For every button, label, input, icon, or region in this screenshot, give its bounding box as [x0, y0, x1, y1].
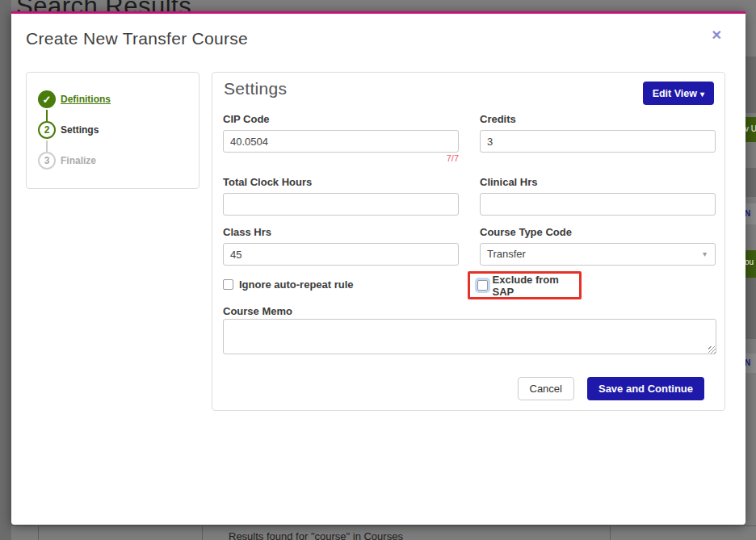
class-hrs-input[interactable]	[223, 243, 459, 266]
bg-row-band	[745, 168, 756, 197]
course-type-code-select[interactable]: Transfer ▾	[480, 243, 716, 266]
step-settings-circle: 2	[38, 121, 56, 139]
screen: Search Results v U N ou N Results found …	[0, 0, 756, 540]
bg-green-button-fragment: v U	[745, 117, 756, 142]
total-clock-hours-input[interactable]	[223, 193, 459, 216]
bg-table-border	[202, 525, 203, 540]
bg-row-band	[745, 57, 756, 113]
course-memo-textarea[interactable]	[223, 319, 716, 354]
step-finalize-circle: 3	[38, 152, 56, 170]
bg-row-band	[745, 278, 756, 339]
ignore-auto-repeat-row: Ignore auto-repeat rule	[223, 278, 354, 291]
save-and-continue-button[interactable]: Save and Continue	[587, 377, 704, 400]
bg-green-button-fragment: ou	[745, 250, 756, 278]
clinical-hrs-field: Clinical Hrs	[480, 176, 716, 216]
panel-footer: Cancel Save and Continue	[518, 377, 705, 400]
class-hrs-label: Class Hrs	[223, 226, 459, 238]
ignore-auto-repeat-checkbox[interactable]	[223, 279, 233, 290]
settings-panel: Settings Edit View▾ CIP Code 7/7 Credits…	[212, 72, 725, 411]
exclude-from-sap-checkbox[interactable]	[477, 280, 488, 291]
bg-table-border	[38, 525, 39, 540]
step-definitions-circle[interactable]: ✓	[38, 90, 56, 108]
course-type-code-value: Transfer	[487, 248, 526, 260]
modal-title: Create New Transfer Course	[26, 29, 248, 48]
panel-heading: Settings	[224, 79, 287, 98]
left-edge-strip	[0, 0, 11, 540]
clinical-hrs-label: Clinical Hrs	[480, 176, 716, 188]
total-clock-hours-field: Total Clock Hours	[223, 176, 459, 216]
course-type-code-label: Course Type Code	[480, 226, 716, 238]
exclude-from-sap-label: Exclude from SAP	[493, 274, 580, 298]
course-type-code-field: Course Type Code Transfer ▾	[480, 226, 716, 266]
step-number: 2	[44, 124, 50, 136]
step-connector	[46, 140, 48, 153]
step-settings-label: Settings	[61, 124, 99, 136]
bg-table-border	[610, 525, 611, 540]
resize-grip-icon[interactable]	[708, 346, 716, 354]
step-number: 3	[44, 155, 50, 166]
step-connector	[46, 110, 48, 122]
credits-label: Credits	[480, 113, 716, 125]
results-found-text: Results found for "course" in Courses	[229, 530, 403, 540]
total-clock-hours-label: Total Clock Hours	[223, 176, 459, 188]
caret-down-icon: ▾	[700, 90, 704, 98]
close-icon[interactable]: ✕	[712, 27, 722, 43]
cip-code-label: CIP Code	[223, 113, 459, 125]
ignore-auto-repeat-label: Ignore auto-repeat rule	[239, 278, 354, 291]
bg-table-border	[11, 525, 756, 526]
clinical-hrs-input[interactable]	[480, 193, 716, 216]
bg-link-fragment: N	[745, 354, 756, 373]
credits-field: Credits	[480, 113, 716, 153]
step-definitions-label[interactable]: Definitions	[61, 94, 111, 105]
check-icon: ✓	[43, 94, 52, 106]
credits-input[interactable]	[480, 130, 716, 153]
edit-view-button[interactable]: Edit View▾	[643, 82, 714, 105]
cancel-button[interactable]: Cancel	[518, 377, 574, 400]
caret-down-icon: ▾	[703, 244, 707, 265]
edit-view-label: Edit View	[653, 88, 697, 99]
course-memo-label: Course Memo	[223, 305, 292, 317]
create-transfer-course-modal: Create New Transfer Course ✕ ✓ Definitio…	[11, 11, 746, 525]
annotation-highlight-box: Exclude from SAP	[468, 271, 582, 299]
stepper: ✓ Definitions 2 Settings 3 Finalize	[26, 72, 200, 189]
char-counter: 7/7	[447, 153, 459, 163]
bg-link-fragment: N	[745, 203, 756, 224]
class-hrs-field: Class Hrs	[223, 226, 459, 266]
cip-code-input[interactable]	[223, 130, 459, 153]
step-finalize-label: Finalize	[61, 155, 96, 166]
cip-code-field: CIP Code 7/7	[223, 113, 459, 153]
